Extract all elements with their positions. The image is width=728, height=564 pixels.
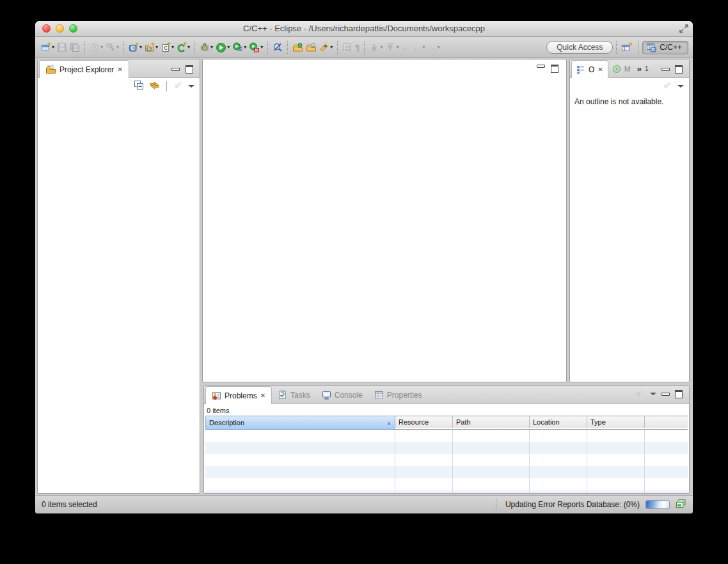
new-c-file-button[interactable]: C ▾	[159, 40, 175, 55]
table-row	[205, 442, 688, 454]
view-pulldown-disabled-button[interactable]	[635, 388, 645, 400]
new-wizard-button[interactable]: ▾	[40, 40, 56, 55]
collapse-all-button[interactable]	[134, 80, 144, 93]
cpp-perspective-button[interactable]: C C/C++	[642, 41, 688, 54]
vertical-sash[interactable]	[199, 59, 203, 494]
more-views-button[interactable]: »1	[635, 60, 651, 77]
maximize-editor-button[interactable]	[551, 65, 558, 73]
maximize-view-button[interactable]	[675, 65, 683, 74]
toolbar-separator	[337, 41, 338, 54]
dropdown-arrow-icon[interactable]: ▾	[396, 45, 399, 50]
show-whitespace-button[interactable]: ¶	[354, 40, 361, 55]
view-menu-button[interactable]	[650, 393, 656, 395]
last-edit-location-button[interactable]: ←	[400, 40, 411, 55]
folder-icon	[45, 65, 56, 75]
previous-annotation-button[interactable]: ▾	[384, 40, 400, 55]
tab-project-explorer[interactable]: Project Explorer ✕	[39, 60, 129, 78]
window-title: C/C++ - Eclipse - /Users/richardepattis/…	[35, 21, 693, 36]
faded-menu-icon	[635, 388, 645, 397]
fullscreen-icon[interactable]	[679, 24, 689, 34]
minimize-view-button[interactable]	[171, 68, 180, 71]
tab-make-targets[interactable]: M	[608, 60, 635, 77]
dropdown-arrow-icon[interactable]: ▾	[155, 45, 158, 50]
horizontal-sash[interactable]	[203, 381, 690, 386]
dropdown-arrow-icon[interactable]: ▾	[227, 45, 230, 50]
problems-table-header: Description ▲ Resource Path Location Typ…	[205, 416, 688, 430]
run-button[interactable]: ▾	[214, 40, 231, 55]
title-bar[interactable]: C/C++ - Eclipse - /Users/richardepattis/…	[35, 21, 693, 37]
column-header-resource[interactable]: Resource	[395, 416, 453, 428]
external-tools-run-button[interactable]: ▾	[231, 40, 248, 55]
next-annotation-button[interactable]: ▾	[368, 40, 384, 55]
tab-properties[interactable]: Properties	[368, 386, 428, 403]
open-resource-button[interactable]	[305, 40, 318, 55]
dropdown-arrow-icon[interactable]: ▾	[116, 45, 119, 50]
dropdown-arrow-icon[interactable]: ▾	[330, 45, 333, 50]
build-button[interactable]: ▾	[104, 40, 120, 55]
minimize-view-button[interactable]	[661, 393, 670, 396]
problems-table-body[interactable]	[205, 430, 688, 494]
profile-button[interactable]: ▾	[248, 40, 264, 55]
tasks-icon	[278, 390, 287, 400]
dropdown-arrow-icon[interactable]: ▾	[437, 45, 439, 50]
column-header-type[interactable]: Type	[587, 416, 645, 428]
build-hammer-icon	[106, 42, 116, 52]
dropdown-arrow-icon[interactable]: ▾	[380, 45, 383, 50]
dropdown-arrow-icon[interactable]: ▾	[260, 45, 263, 50]
dropdown-arrow-icon[interactable]: ▾	[171, 45, 174, 50]
close-icon[interactable]: ✕	[597, 66, 603, 73]
minimize-view-button[interactable]	[661, 68, 670, 71]
toolbar-separator	[194, 41, 195, 54]
toggle-mark-occurrences-button[interactable]	[271, 40, 284, 55]
quick-access-button[interactable]: Quick Access	[546, 41, 613, 54]
show-selected-element-button[interactable]	[341, 40, 354, 55]
close-icon[interactable]: ✕	[260, 392, 265, 399]
run-history-button[interactable]: ▾	[88, 40, 104, 55]
new-class-button[interactable]: ▾	[175, 40, 191, 55]
column-header-description[interactable]: Description ▲	[205, 416, 395, 430]
show-progress-view-button[interactable]	[676, 499, 686, 510]
tab-outline[interactable]: O ✕	[571, 60, 608, 78]
save-all-button[interactable]	[68, 40, 81, 55]
open-perspective-button[interactable]	[620, 40, 634, 55]
debug-button[interactable]: ▾	[198, 40, 214, 55]
search-button[interactable]: ▾	[318, 40, 334, 55]
view-pulldown-disabled-button[interactable]	[173, 81, 183, 92]
link-with-editor-button[interactable]	[149, 80, 160, 93]
dropdown-arrow-icon[interactable]: ▾	[422, 45, 425, 50]
dropdown-arrow-icon[interactable]: ▾	[100, 45, 103, 50]
open-element-button[interactable]	[291, 40, 305, 55]
forward-button[interactable]: → ▾	[426, 40, 441, 55]
new-c-folder-button[interactable]: C ▾	[143, 40, 159, 55]
view-menu-button[interactable]	[677, 85, 684, 88]
tab-console[interactable]: Console	[316, 386, 368, 403]
desktop: C/C++ - Eclipse - /Users/richardepattis/…	[0, 0, 728, 564]
svg-text:C: C	[131, 45, 135, 51]
project-explorer-toolbar	[38, 78, 200, 95]
maximize-view-button[interactable]	[675, 390, 683, 398]
properties-icon	[374, 390, 384, 400]
dropdown-arrow-icon[interactable]: ▾	[139, 45, 142, 50]
more-views-count: 1	[645, 65, 649, 72]
console-icon	[322, 390, 331, 400]
minimize-editor-button[interactable]	[537, 65, 545, 68]
progress-message: Updating Error Reports Database: (0%)	[505, 500, 640, 509]
column-label: Resource	[399, 418, 429, 426]
view-pulldown-disabled-button[interactable]	[663, 81, 672, 92]
view-menu-button[interactable]	[188, 85, 194, 88]
dropdown-arrow-icon[interactable]: ▾	[52, 45, 54, 50]
column-header-location[interactable]: Location	[530, 416, 587, 428]
tab-problems[interactable]: Problems ✕	[205, 386, 272, 404]
column-header-path[interactable]: Path	[453, 416, 530, 428]
column-label: Path	[456, 418, 471, 426]
back-button[interactable]: ← ▾	[411, 40, 426, 55]
dropdown-arrow-icon[interactable]: ▾	[210, 45, 213, 50]
maximize-view-button[interactable]	[186, 65, 193, 74]
tab-tasks[interactable]: Tasks	[272, 386, 316, 403]
save-button[interactable]	[56, 40, 68, 55]
close-icon[interactable]: ✕	[117, 66, 122, 73]
dropdown-arrow-icon[interactable]: ▾	[244, 45, 246, 50]
new-c-project-button[interactable]: C ▾	[127, 40, 143, 55]
dropdown-arrow-icon[interactable]: ▾	[187, 45, 190, 50]
toolbar-separator	[84, 41, 85, 54]
